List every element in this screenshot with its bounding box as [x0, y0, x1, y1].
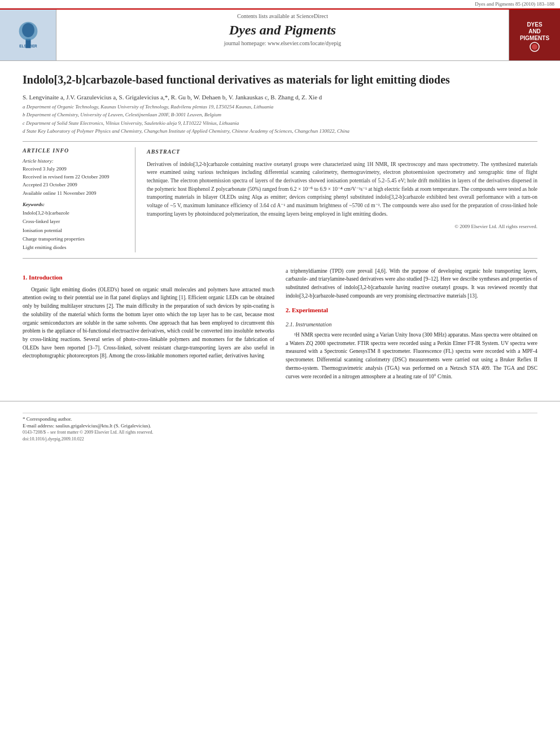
body-col-right: a triphenyldiamine (TPD) core prevail [4…	[286, 267, 537, 385]
abstract-section: ABSTRACT Derivatives of indolo[3,2-b]car…	[147, 147, 537, 252]
journal-homepage: journal homepage: www.elsevier.com/locat…	[224, 40, 342, 46]
footnote-section: * Corresponding author. E-mail address: …	[23, 413, 537, 429]
section2-heading: 2. Experimental	[286, 305, 537, 315]
info-abstract-row: ARTICLE INFO Article history: Received 3…	[23, 147, 537, 252]
section1-heading: 1. Introduction	[23, 273, 274, 282]
svg-text:AND: AND	[528, 28, 541, 34]
svg-text:ELSEVIER: ELSEVIER	[19, 44, 37, 48]
keywords-list: Indolo[3,2-b]carbazole Cross-linked laye…	[23, 209, 126, 252]
article-title: Indolo[3,2-b]carbazole-based functional …	[23, 72, 537, 87]
keywords-section: Keywords: Indolo[3,2-b]carbazole Cross-l…	[23, 202, 126, 252]
section2-instrumentation-text: ¹H NMR spectra were recorded using a Var…	[286, 332, 537, 379]
svg-text:DYES: DYES	[527, 21, 542, 28]
abstract-heading: ABSTRACT	[147, 147, 537, 156]
body-content: 1. Introduction Organic light emitting d…	[23, 267, 537, 385]
journal-logo-text: DYES AND PIGMENTS	[515, 14, 554, 55]
affiliation-d: d State Key Laboratory of Polymer Physic…	[23, 127, 537, 135]
main-content: Indolo[3,2-b]carbazole-based functional …	[0, 61, 560, 395]
page: Dyes and Pigments 85 (2010) 183–188 ELSE…	[0, 0, 560, 747]
section2-sub1-heading: 2.1. Instrumentation	[286, 320, 537, 329]
section1-para2: a triphenyldiamine (TPD) core prevail [4…	[286, 267, 537, 300]
affiliation-c: c Department of Solid State Electronics,…	[23, 119, 537, 127]
accepted-date: Accepted 23 October 2009	[23, 181, 126, 189]
history-label: Article history:	[23, 158, 126, 164]
section1-para1-text: Organic light emitting diodes (OLED's) b…	[23, 287, 274, 359]
footer: * Corresponding author. E-mail address: …	[0, 401, 560, 449]
section1-para1: Organic light emitting diodes (OLED's) b…	[23, 286, 274, 360]
email-note: E-mail address: saulius.grigalevicius@kt…	[23, 423, 537, 429]
top-info-bar: Dyes and Pigments 85 (2010) 183–188	[0, 0, 560, 8]
keyword-4: Charge transporting properties	[23, 235, 126, 243]
abstract-copyright: © 2009 Elsevier Ltd. All rights reserved…	[147, 223, 537, 231]
affiliation-b: b Department of Chemistry, University of…	[23, 111, 537, 119]
divider-2	[23, 258, 537, 259]
journal-header: ELSEVIER Contents lists available at Sci…	[0, 8, 560, 61]
received-date: Received 3 July 2009	[23, 165, 126, 173]
affiliations: a Department of Organic Technology, Kaun…	[23, 103, 537, 136]
article-info-panel: ARTICLE INFO Article history: Received 3…	[23, 147, 135, 252]
keyword-3: Ionisation potential	[23, 226, 126, 235]
svg-text:PIGMENTS: PIGMENTS	[520, 35, 550, 41]
elsevier-logo-area: ELSEVIER	[0, 10, 56, 60]
authors-text: S. Lengvinaite a, J.V. Grazulevicius a, …	[23, 94, 322, 101]
received-revised-date: Received in revised form 22 October 2009	[23, 173, 126, 181]
article-info-heading: ARTICLE INFO	[23, 147, 126, 154]
abstract-text: Derivatives of indolo[3,2-b]carbazole co…	[147, 160, 537, 219]
svg-point-9	[532, 44, 537, 50]
available-date: Available online 11 November 2009	[23, 189, 126, 197]
section1-para2-text: a triphenyldiamine (TPD) core prevail [4…	[286, 268, 537, 299]
corresponding-note: * Corresponding author.	[23, 416, 537, 422]
contents-label: Contents lists available at ScienceDirec…	[237, 13, 328, 19]
journal-logo-right: DYES AND PIGMENTS	[509, 10, 560, 60]
divider-1	[23, 141, 537, 142]
dyes-pigments-logo-icon: DYES AND PIGMENTS	[515, 14, 554, 54]
svg-point-2	[22, 23, 34, 37]
doi: doi:10.1016/j.dyepig.2009.10.022	[23, 436, 537, 442]
keyword-5: Light emitting diodes	[23, 243, 126, 252]
affiliation-a: a Department of Organic Technology, Kaun…	[23, 103, 537, 111]
keyword-2: Cross-linked layer	[23, 217, 126, 226]
elsevier-tree-icon: ELSEVIER	[11, 21, 45, 49]
copyright-footer: 0143-7208/$ – see front matter © 2009 El…	[23, 430, 537, 435]
article-dates: Received 3 July 2009 Received in revised…	[23, 165, 126, 198]
elsevier-logo: ELSEVIER	[11, 21, 45, 49]
body-col-left: 1. Introduction Organic light emitting d…	[23, 267, 274, 385]
contents-line: Contents lists available at ScienceDirec…	[237, 13, 328, 19]
header-center: Contents lists available at ScienceDirec…	[56, 10, 509, 60]
section2-sub1-text: ¹H NMR spectra were recorded using a Var…	[286, 331, 537, 381]
article-title-text: Indolo[3,2-b]carbazole-based functional …	[23, 73, 450, 86]
keyword-1: Indolo[3,2-b]carbazole	[23, 209, 126, 217]
journal-title: Dyes and Pigments	[229, 23, 336, 38]
keywords-heading: Keywords:	[23, 202, 126, 207]
journal-ref: Dyes and Pigments 85 (2010) 183–188	[475, 1, 554, 7]
authors-line: S. Lengvinaite a, J.V. Grazulevicius a, …	[23, 94, 537, 101]
